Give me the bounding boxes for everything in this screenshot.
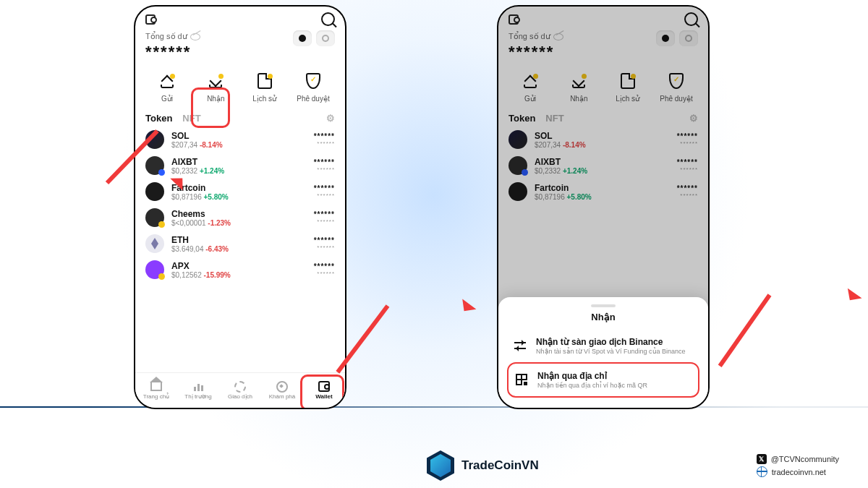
token-symbol: SOL	[171, 131, 307, 141]
token-icon	[145, 260, 164, 279]
token-row[interactable]: ETH$3.649,04 -6.43%************	[145, 231, 335, 257]
token-icon	[145, 182, 164, 201]
tab-nft[interactable]: NFT	[545, 113, 563, 124]
wallet-head-icon[interactable]	[509, 14, 519, 25]
balance-label-text: Tổng số dư	[509, 32, 550, 41]
brand-logo-icon	[427, 450, 454, 481]
token-price: $0,2332 +1.24%	[535, 167, 670, 175]
action-history[interactable]: Lịch sử	[606, 70, 650, 103]
eye-off-icon[interactable]	[190, 33, 200, 40]
sheet-option-address[interactable]: Nhận qua địa chỉ Nhận tiền qua địa chỉ v…	[507, 362, 699, 398]
brand-name: TradeCoinVN	[461, 458, 539, 473]
tab-nft[interactable]: NFT	[182, 113, 200, 124]
filter-icon[interactable]: ⚙	[689, 113, 698, 124]
nav-market-label: Thị trường	[184, 393, 211, 400]
action-history-label: Lịch sử	[616, 95, 639, 103]
globe-icon	[757, 466, 767, 477]
token-symbol: APX	[171, 261, 307, 271]
action-receive[interactable]: Nhận	[194, 70, 237, 103]
pill-solid[interactable]	[656, 30, 675, 46]
action-send[interactable]: Gửi	[145, 70, 189, 103]
action-receive[interactable]: Nhận	[557, 70, 600, 103]
approve-icon	[306, 73, 320, 89]
action-approve[interactable]: Phê duyệt	[655, 70, 698, 103]
filter-icon[interactable]: ⚙	[326, 113, 335, 124]
tab-token[interactable]: Token	[145, 113, 172, 124]
nav-market[interactable]: Thị trường	[177, 373, 219, 408]
nav-trade[interactable]: Giao dịch	[219, 373, 261, 408]
action-send[interactable]: Gửi	[509, 70, 552, 103]
action-receive-label: Nhận	[570, 95, 587, 103]
pill-solid[interactable]	[293, 30, 312, 46]
gold-dot-icon	[268, 74, 273, 79]
token-symbol: SOL	[535, 131, 670, 141]
social-x-handle: @TCVNcommunity	[771, 455, 839, 463]
sheet-option-binance[interactable]: Nhận từ sàn giao dịch Binance Nhận tài s…	[507, 330, 699, 362]
action-history-label: Lịch sử	[252, 95, 276, 103]
footer: TradeCoinVN 𝕏@TCVNcommunity tradecoinvn.…	[0, 450, 868, 481]
token-value: ******	[314, 140, 335, 147]
token-value: ******	[314, 270, 335, 277]
token-row[interactable]: Fartcoin$0,87196 +5.80%************	[509, 179, 698, 205]
nav-wallet-label: Wallet	[315, 393, 332, 400]
nav-wallet[interactable]: Wallet	[303, 373, 345, 408]
gold-dot-icon	[170, 74, 175, 79]
sheet-handle[interactable]	[591, 304, 616, 307]
token-price: $3.649,04 -6.43%	[171, 245, 307, 253]
token-row[interactable]: APX$0,12562 -15.99%************	[145, 257, 335, 283]
token-price: $<0,00001 -1.23%	[171, 219, 307, 227]
token-symbol: Fartcoin	[535, 183, 670, 193]
token-value: ******	[314, 192, 335, 199]
pill-hollow[interactable]	[316, 30, 335, 46]
transfer-icon	[514, 341, 526, 351]
nav-discover[interactable]: Khám phá	[261, 373, 303, 408]
token-value: ******	[314, 166, 335, 173]
sheet-title: Nhận	[507, 312, 699, 322]
search-icon[interactable]	[684, 12, 698, 26]
token-value: ******	[677, 192, 698, 199]
gold-dot-icon	[218, 74, 224, 79]
token-row[interactable]: SOL$207,34 -8.14%************	[145, 127, 335, 153]
action-approve-label: Phê duyệt	[660, 95, 692, 103]
token-price: $207,34 -8.14%	[171, 141, 307, 149]
nav-discover-label: Khám phá	[269, 393, 295, 400]
brand: TradeCoinVN	[427, 450, 539, 481]
token-row[interactable]: AIXBT$0,2332 +1.24%************	[509, 153, 698, 179]
token-icon	[509, 182, 527, 201]
token-icon	[145, 234, 164, 253]
token-price: $0,12562 -15.99%	[171, 271, 307, 279]
balance-label-text: Tổng số dư	[145, 32, 187, 41]
token-price: $0,87196 +5.80%	[535, 193, 670, 201]
token-list: SOL$207,34 -8.14%************AIXBT$0,233…	[135, 125, 345, 283]
token-symbol: AIXBT	[535, 157, 670, 167]
token-amount: ******	[314, 132, 335, 140]
token-amount: ******	[314, 262, 335, 270]
token-value: ******	[314, 244, 335, 251]
sheet-opt2-sub: Nhận tiền qua địa chỉ ví hoặc mã QR	[537, 382, 647, 389]
action-approve[interactable]: Phê duyệt	[292, 70, 335, 103]
token-symbol: AIXBT	[171, 157, 307, 167]
token-amount: ******	[314, 158, 335, 166]
token-symbol: Cheems	[171, 209, 307, 219]
action-history[interactable]: Lịch sử	[243, 70, 286, 103]
eye-off-icon[interactable]	[553, 33, 563, 40]
social-web[interactable]: tradecoinvn.net	[757, 466, 839, 477]
token-row[interactable]: Cheems$<0,00001 -1.23%************	[145, 205, 335, 231]
sheet-opt1-sub: Nhận tài sản từ Ví Spot và Ví Funding củ…	[536, 348, 686, 355]
nav-trade-label: Giao dịch	[228, 393, 252, 400]
nav-home[interactable]: Trang chủ	[135, 373, 177, 408]
phone-left: Tổng số dư ****** Gửi Nhận Lịch sử	[134, 5, 346, 409]
token-amount: ******	[677, 132, 698, 140]
receive-sheet: Nhận Nhận từ sàn giao dịch Binance Nhận …	[498, 297, 708, 408]
token-amount: ******	[677, 158, 698, 166]
search-icon[interactable]	[321, 12, 335, 26]
action-receive-label: Nhận	[207, 95, 224, 103]
pill-hollow[interactable]	[679, 30, 698, 46]
tab-token[interactable]: Token	[509, 113, 535, 124]
qr-icon	[516, 374, 527, 385]
social-x[interactable]: 𝕏@TCVNcommunity	[757, 454, 839, 464]
token-icon	[509, 156, 527, 175]
token-row[interactable]: SOL$207,34 -8.14%************	[509, 127, 698, 153]
token-amount: ******	[314, 210, 335, 218]
wallet-head-icon[interactable]	[145, 14, 156, 25]
